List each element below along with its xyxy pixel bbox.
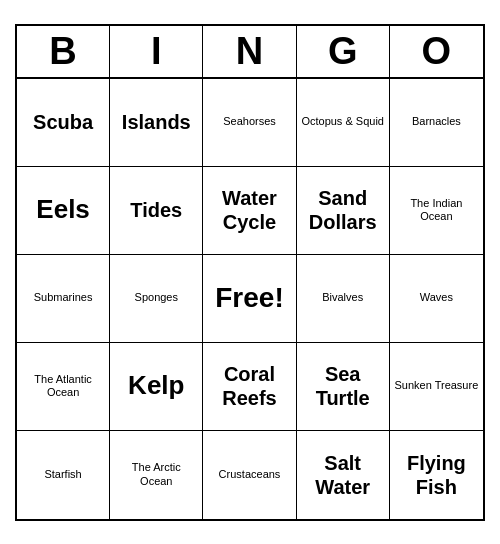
bingo-cell: Sand Dollars bbox=[297, 167, 390, 255]
bingo-cell: Islands bbox=[110, 79, 203, 167]
bingo-cell: Kelp bbox=[110, 343, 203, 431]
cell-label: Octopus & Squid bbox=[301, 115, 384, 128]
bingo-cell: Submarines bbox=[17, 255, 110, 343]
cell-label: Crustaceans bbox=[219, 468, 281, 481]
bingo-cell: Waves bbox=[390, 255, 483, 343]
bingo-cell: The Atlantic Ocean bbox=[17, 343, 110, 431]
cell-label: Islands bbox=[122, 110, 191, 134]
cell-label: Barnacles bbox=[412, 115, 461, 128]
bingo-cell: Bivalves bbox=[297, 255, 390, 343]
bingo-cell: Flying Fish bbox=[390, 431, 483, 519]
bingo-header: BINGO bbox=[17, 26, 483, 79]
cell-label: Scuba bbox=[33, 110, 93, 134]
cell-label: Seahorses bbox=[223, 115, 276, 128]
cell-label: Water Cycle bbox=[207, 186, 291, 234]
bingo-cell: Sunken Treasure bbox=[390, 343, 483, 431]
bingo-letter: I bbox=[110, 26, 203, 77]
bingo-cell: Seahorses bbox=[203, 79, 296, 167]
cell-label: Salt Water bbox=[301, 451, 385, 499]
bingo-cell: Coral Reefs bbox=[203, 343, 296, 431]
cell-label: Sunken Treasure bbox=[395, 379, 479, 392]
bingo-cell: Crustaceans bbox=[203, 431, 296, 519]
bingo-cell: Free! bbox=[203, 255, 296, 343]
bingo-letter: N bbox=[203, 26, 296, 77]
bingo-cell: Sea Turtle bbox=[297, 343, 390, 431]
cell-label: Free! bbox=[215, 281, 283, 315]
cell-label: The Arctic Ocean bbox=[114, 461, 198, 487]
bingo-letter: B bbox=[17, 26, 110, 77]
cell-label: Flying Fish bbox=[394, 451, 479, 499]
bingo-cell: The Arctic Ocean bbox=[110, 431, 203, 519]
bingo-cell: Tides bbox=[110, 167, 203, 255]
bingo-cell: Octopus & Squid bbox=[297, 79, 390, 167]
cell-label: Starfish bbox=[44, 468, 81, 481]
bingo-grid: ScubaIslandsSeahorsesOctopus & SquidBarn… bbox=[17, 79, 483, 519]
bingo-letter: G bbox=[297, 26, 390, 77]
cell-label: Waves bbox=[420, 291, 453, 304]
cell-label: Kelp bbox=[128, 370, 184, 401]
bingo-cell: Salt Water bbox=[297, 431, 390, 519]
cell-label: Bivalves bbox=[322, 291, 363, 304]
cell-label: Submarines bbox=[34, 291, 93, 304]
bingo-cell: Water Cycle bbox=[203, 167, 296, 255]
cell-label: Eels bbox=[36, 194, 90, 225]
bingo-letter: O bbox=[390, 26, 483, 77]
bingo-cell: Sponges bbox=[110, 255, 203, 343]
bingo-cell: Barnacles bbox=[390, 79, 483, 167]
cell-label: Coral Reefs bbox=[207, 362, 291, 410]
bingo-cell: The Indian Ocean bbox=[390, 167, 483, 255]
cell-label: Tides bbox=[130, 198, 182, 222]
bingo-cell: Eels bbox=[17, 167, 110, 255]
cell-label: Sand Dollars bbox=[301, 186, 385, 234]
cell-label: The Atlantic Ocean bbox=[21, 373, 105, 399]
cell-label: Sponges bbox=[135, 291, 178, 304]
bingo-cell: Scuba bbox=[17, 79, 110, 167]
cell-label: Sea Turtle bbox=[301, 362, 385, 410]
bingo-card: BINGO ScubaIslandsSeahorsesOctopus & Squ… bbox=[15, 24, 485, 521]
bingo-cell: Starfish bbox=[17, 431, 110, 519]
cell-label: The Indian Ocean bbox=[394, 197, 479, 223]
